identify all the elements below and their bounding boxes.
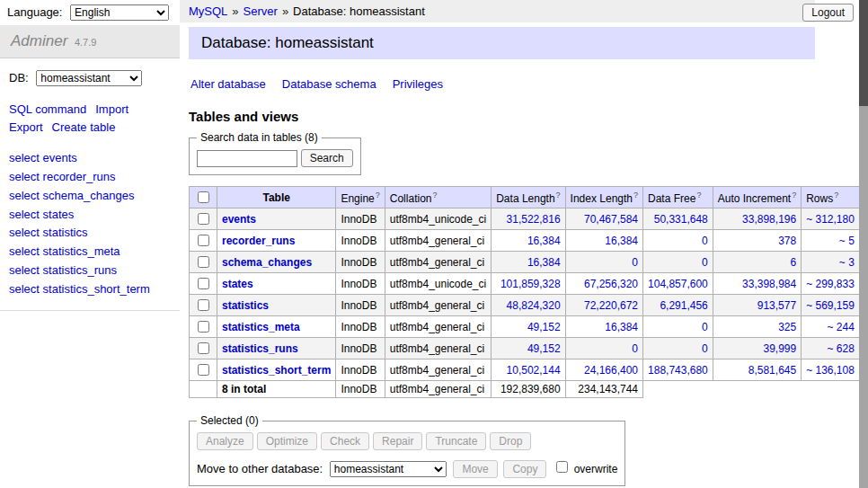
sidebar-action-export[interactable]: Export (9, 120, 43, 134)
data-length-cell: 16,384 (492, 252, 565, 273)
table-link-events[interactable]: events (222, 213, 256, 226)
row-checkbox[interactable] (198, 321, 209, 333)
column-header-collation: Collation? (385, 187, 491, 209)
collation-cell: utf8mb4_general_ci (385, 230, 491, 252)
table-link-statistics-meta[interactable]: statistics_meta (222, 321, 300, 333)
rows-count-cell: ~ 3 (802, 252, 860, 273)
row-checkbox[interactable] (198, 213, 209, 225)
bulk-truncate-button[interactable]: Truncate (426, 432, 486, 450)
help-icon[interactable]: ? (834, 191, 838, 200)
logout-button[interactable]: Logout (802, 4, 854, 22)
table-link-statistics[interactable]: statistics (222, 299, 269, 312)
scrollbar[interactable] (859, 0, 868, 488)
move-db-select[interactable]: homeassistant (330, 461, 447, 477)
sidebar-select-statistics-meta[interactable]: select statistics_meta (9, 244, 120, 258)
bulk-drop-button[interactable]: Drop (490, 432, 531, 450)
search-fieldset: Search data in tables (8) Search (189, 131, 361, 175)
auto-increment-cell: 325 (713, 316, 801, 338)
language-select[interactable]: English (70, 4, 169, 21)
sidebar-action-import[interactable]: Import (95, 102, 128, 116)
copy-button[interactable]: Copy (503, 460, 546, 478)
engine-cell: InnoDB (336, 273, 385, 295)
adminer-logo[interactable]: Adminer (11, 32, 67, 49)
collation-cell: utf8mb4_general_ci (385, 295, 491, 316)
rows-count-cell: ~ 569,159 (802, 295, 860, 316)
auto-increment-cell: 39,999 (713, 338, 801, 359)
row-checkbox[interactable] (198, 364, 209, 376)
db-select[interactable]: homeassistant (36, 70, 142, 86)
logout-area: Logout (802, 4, 854, 22)
sidebar-select-schema-changes[interactable]: select schema_changes (9, 189, 134, 202)
table-row: schema_changesInnoDButf8mb4_general_ci16… (190, 252, 868, 273)
search-input[interactable] (197, 150, 297, 167)
help-icon[interactable]: ? (556, 191, 561, 200)
search-button[interactable]: Search (301, 149, 353, 167)
select-all-checkbox[interactable] (198, 191, 209, 203)
link-database-schema[interactable]: Database schema (282, 77, 376, 91)
row-select-cell (190, 252, 217, 273)
auto-increment-cell: 33,898,196 (713, 209, 801, 230)
sidebar-action-create-table[interactable]: Create table (52, 120, 116, 134)
sidebar-select-recorder-runs[interactable]: select recorder_runs (9, 170, 116, 183)
bulk-analyze-button[interactable]: Analyze (197, 432, 253, 450)
auto-increment-cell: 33,398,984 (713, 273, 801, 295)
rows-count-cell: ~ 244 (802, 316, 860, 338)
index-length-cell: 0 (565, 338, 642, 359)
help-icon[interactable]: ? (792, 191, 796, 200)
overwrite-label[interactable]: overwrite (574, 463, 618, 475)
breadcrumb-link-mysql[interactable]: MySQL (189, 4, 227, 18)
table-link-states[interactable]: states (222, 278, 253, 290)
data-length-cell: 48,824,320 (492, 295, 565, 316)
bulk-optimize-button[interactable]: Optimize (257, 432, 317, 450)
move-button[interactable]: Move (453, 460, 497, 478)
sidebar-select-statistics-short-term[interactable]: select statistics_short_term (9, 282, 150, 296)
row-checkbox[interactable] (198, 256, 209, 268)
bulk-repair-button[interactable]: Repair (373, 432, 422, 450)
data-length-cell: 49,152 (492, 338, 565, 359)
help-icon[interactable]: ? (432, 191, 437, 200)
scrollbar-thumb[interactable] (859, 0, 868, 106)
table-link-recorder-runs[interactable]: recorder_runs (222, 235, 295, 247)
link-privileges[interactable]: Privileges (393, 77, 443, 91)
row-checkbox[interactable] (198, 342, 209, 354)
rows-count-cell: ~ 312,180 (802, 209, 860, 230)
sidebar-select-events[interactable]: select events (9, 151, 77, 164)
table-link-schema-changes[interactable]: schema_changes (222, 256, 312, 269)
table-link-statistics-runs[interactable]: statistics_runs (222, 342, 298, 355)
table-row: statesInnoDButf8mb4_unicode_ci101,859,32… (190, 273, 868, 295)
sidebar-select-statistics-runs[interactable]: select statistics_runs (9, 263, 117, 277)
table-name-cell: events (217, 209, 336, 230)
help-icon[interactable]: ? (633, 191, 638, 200)
table-link-statistics-short-term[interactable]: statistics_short_term (222, 364, 331, 377)
engine-cell: InnoDB (336, 295, 385, 316)
table-head: TableEngine?Collation?Data Length?Index … (190, 187, 868, 209)
engine-cell: InnoDB (336, 338, 385, 359)
collation-cell: utf8mb4_general_ci (385, 252, 491, 273)
sidebar-select-states[interactable]: select states (9, 208, 74, 221)
row-select-cell (190, 316, 217, 338)
sidebar-tables: select eventsselect recorder_runsselect … (0, 138, 180, 310)
data-free-cell: 0 (643, 252, 713, 273)
sidebar-action-sql-command[interactable]: SQL command (9, 102, 86, 116)
bulk-check-button[interactable]: Check (321, 432, 369, 450)
row-checkbox[interactable] (198, 299, 209, 311)
row-checkbox[interactable] (198, 235, 209, 246)
overwrite-checkbox[interactable] (556, 461, 568, 473)
index-length-cell: 16,384 (565, 316, 642, 338)
data-length-cell: 10,502,144 (492, 359, 565, 381)
help-icon[interactable]: ? (696, 191, 701, 200)
column-header-index-length: Index Length? (565, 187, 642, 209)
selected-fieldset: Selected (0) AnalyzeOptimizeCheckRepairT… (189, 414, 625, 486)
help-icon[interactable]: ? (376, 191, 380, 200)
row-checkbox[interactable] (198, 278, 209, 289)
index-length-cell: 16,384 (565, 230, 642, 252)
data-length-cell: 31,522,816 (492, 209, 565, 230)
engine-cell: InnoDB (336, 230, 385, 252)
data-length-cell: 49,152 (492, 316, 565, 338)
link-alter-database[interactable]: Alter database (190, 77, 266, 91)
column-header-data-free: Data Free? (643, 187, 713, 209)
breadcrumb-link-server[interactable]: Server (244, 4, 278, 18)
column-header-auto-increment: Auto Increment? (713, 187, 801, 209)
collation-cell: utf8mb4_general_ci (385, 359, 491, 381)
sidebar-select-statistics[interactable]: select statistics (9, 226, 87, 239)
